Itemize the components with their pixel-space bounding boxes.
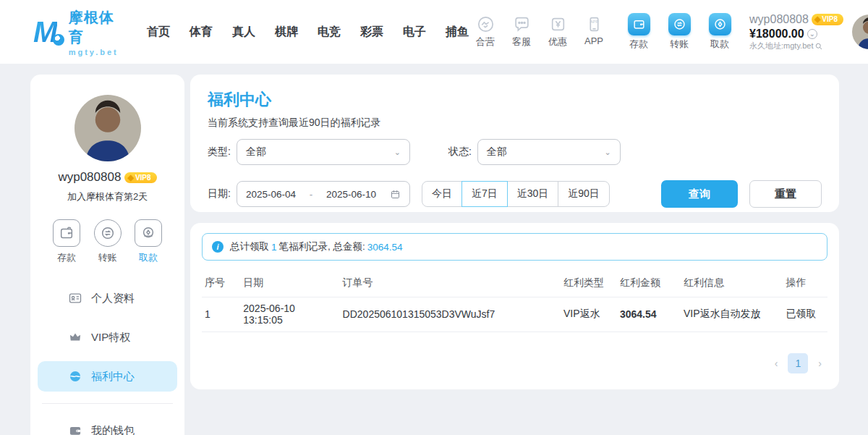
date-range-buttons: 今日 近7日 近30日 近90日 (422, 181, 610, 207)
balance[interactable]: ¥18000.00 ⌄ (749, 27, 843, 41)
record-count: 1 (271, 242, 277, 253)
welfare-table: 序号 日期 订单号 红利类型 红利金额 红利信息 操作 1 2025-06-10… (202, 269, 827, 332)
join-days: 加入摩根体育第2天 (30, 190, 184, 203)
site-domain: mgty.bet (69, 48, 122, 56)
date-range-input[interactable]: 2025-06-04 - 2025-06-10 (237, 181, 410, 207)
status-select[interactable]: 全部 ⌄ (477, 139, 621, 165)
profile-sidebar: wyp080808 ◆VIP8 加入摩根体育第2天 存款 转账 取款 个人资料 (30, 75, 184, 435)
support-link[interactable]: 客服 (505, 15, 538, 48)
deposit-wallet-icon (53, 219, 80, 247)
yuan-coupon-icon (549, 15, 567, 33)
wallet-icon (68, 423, 82, 435)
chevron-down-icon: ⌄ (605, 148, 611, 157)
cell-index: 1 (202, 297, 240, 331)
promo-link[interactable]: 优惠 (541, 15, 574, 48)
summary-bar: i 总计领取 1 笔福利记录, 总金额: 3064.54 (202, 233, 827, 261)
query-button[interactable]: 查询 (661, 180, 738, 208)
user-info: wyp080808 ◆VIP8 ¥18000.00 ⌄ 永久地址:mgty.be… (749, 12, 843, 51)
transfer-button[interactable]: 转账 (663, 13, 696, 51)
main-nav: 首页 体育 真人 棋牌 电竞 彩票 电子 捕鱼 (147, 25, 469, 40)
sidebar-item-profile[interactable]: 个人资料 (38, 283, 177, 313)
balance-dropdown-icon[interactable]: ⌄ (807, 29, 817, 39)
cell-date: 2025-06-10 13:15:05 (240, 297, 339, 331)
welfare-coin-icon (68, 369, 82, 384)
sidebar-avatar[interactable] (75, 95, 141, 161)
col-action: 操作 (783, 269, 827, 297)
sidebar-item-wallet[interactable]: 我的钱包 (38, 415, 177, 435)
col-index: 序号 (202, 269, 240, 297)
page-1-button[interactable]: 1 (788, 353, 808, 373)
range-90d-button[interactable]: 近90日 (558, 181, 610, 207)
nav-slots[interactable]: 电子 (403, 25, 426, 40)
page-subtitle: 当前系统支持查询最近90日的福利记录 (208, 117, 822, 130)
nav-home[interactable]: 首页 (147, 25, 170, 40)
nav-esports[interactable]: 电竞 (318, 25, 341, 40)
soccer-ball-icon (53, 34, 64, 46)
cell-order: DD202506101315053D3VWuJsf7 (340, 297, 561, 331)
permanent-address: 永久地址:mgty.bet (749, 41, 843, 51)
username: wyp080808 (749, 12, 809, 27)
top-navbar: M 摩根体育 mgty.bet 首页 体育 真人 棋牌 电竞 彩票 电子 捕鱼 … (0, 0, 868, 64)
type-select[interactable]: 全部 ⌄ (237, 139, 410, 165)
sidebar-item-vip[interactable]: VIP特权 (38, 322, 177, 352)
cell-bonus-amount: 3064.54 (617, 297, 681, 331)
nav-cards[interactable]: 棋牌 (275, 25, 298, 40)
chat-bubble-icon (513, 15, 531, 33)
deposit-wallet-icon (628, 13, 650, 35)
reset-button[interactable]: 重置 (749, 180, 822, 208)
site-logo[interactable]: M 摩根体育 mgty.bet (33, 8, 122, 56)
deposit-button[interactable]: 存款 (622, 13, 655, 51)
date-label: 日期: (208, 187, 231, 200)
menu-divider (42, 403, 173, 404)
transfer-arrows-icon (668, 13, 691, 35)
user-avatar[interactable] (852, 14, 868, 49)
sidebar-withdraw-button[interactable]: 取款 (132, 219, 164, 264)
col-bonus-type: 红利类型 (561, 269, 617, 297)
sidebar-username: wyp080808 (58, 170, 121, 185)
svg-text:APP: APP (590, 20, 598, 24)
chevron-down-icon: ⌄ (394, 148, 401, 157)
crown-icon (68, 330, 82, 345)
nav-fishing[interactable]: 捕鱼 (446, 25, 469, 40)
nav-sports[interactable]: 体育 (190, 25, 213, 40)
sidebar-vip-badge: ◆VIP8 (124, 172, 156, 183)
id-card-icon (68, 291, 82, 305)
table-row: 1 2025-06-10 13:15:05 DD202506101315053D… (202, 297, 827, 331)
nav-lottery[interactable]: 彩票 (360, 25, 383, 40)
prev-page-button[interactable]: ‹ (775, 358, 778, 369)
welfare-records-panel: i 总计领取 1 笔福利记录, 总金额: 3064.54 序号 日期 订单号 红… (190, 223, 839, 389)
range-today-button[interactable]: 今日 (422, 181, 462, 207)
site-name: 摩根体育 (69, 8, 122, 47)
withdraw-button[interactable]: 取款 (703, 13, 736, 51)
cell-bonus-type: VIP返水 (561, 297, 617, 331)
sidebar-transfer-button[interactable]: 转账 (92, 219, 124, 264)
status-label: 状态: (448, 145, 472, 159)
mobile-app-icon: APP (585, 15, 603, 33)
sidebar-item-welfare[interactable]: 福利中心 (38, 361, 177, 392)
next-page-button[interactable]: › (818, 358, 822, 369)
claimed-status: 已领取 (783, 297, 827, 331)
quick-links: 合营 客服 优惠 APP AP (469, 15, 610, 48)
welfare-filter-panel: 福利中心 当前系统支持查询最近90日的福利记录 类型: 全部 ⌄ 状态: 全部 … (190, 75, 839, 212)
range-7d-button[interactable]: 近7日 (461, 181, 508, 207)
nav-live[interactable]: 真人 (232, 25, 255, 40)
vip-shield-icon: ◆ (127, 173, 133, 182)
logo-icon: M (33, 15, 63, 48)
sidebar-deposit-button[interactable]: 存款 (51, 219, 82, 264)
col-bonus-amount: 红利金额 (617, 269, 681, 297)
partner-link[interactable]: 合营 (469, 15, 502, 48)
calendar-icon (390, 189, 401, 200)
col-bonus-info: 红利信息 (681, 269, 783, 297)
range-30d-button[interactable]: 近30日 (507, 181, 559, 207)
pagination: ‹ 1 › (775, 353, 822, 373)
page-title: 福利中心 (208, 89, 822, 111)
app-download-link[interactable]: APP APP (577, 15, 610, 48)
col-order: 订单号 (340, 269, 561, 297)
magnifier-icon[interactable] (814, 42, 823, 51)
vip-shield-icon: ◆ (814, 14, 820, 25)
wallet-actions: 存款 转账 取款 (622, 13, 736, 51)
withdraw-coin-icon (709, 13, 731, 35)
withdraw-coin-icon (135, 219, 162, 247)
col-date: 日期 (240, 269, 339, 297)
sidebar-quick-actions: 存款 转账 取款 (30, 219, 184, 264)
